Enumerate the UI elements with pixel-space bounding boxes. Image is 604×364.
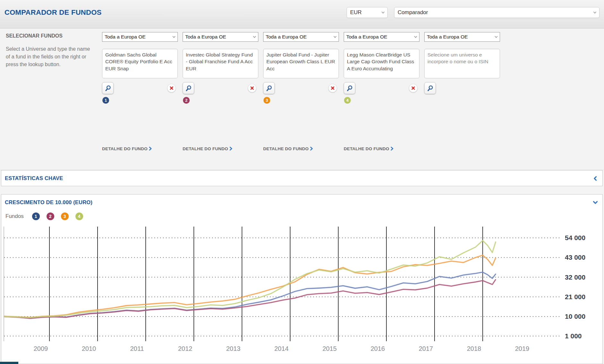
chevron-down-icon [381, 11, 385, 14]
close-icon [250, 86, 254, 90]
chart-legend: Fundos 1 2 3 4 [5, 212, 90, 221]
legend-badge-1: 1 [32, 212, 40, 220]
fund-detail-link-2[interactable]: DETALHE DO FUNDO [183, 146, 232, 151]
key-statistics-title: ESTATÍSTICAS CHAVE [5, 175, 63, 181]
universe-select-3[interactable]: Toda a Europa OE [263, 32, 339, 42]
x-tick-label-2019: 2019 [515, 345, 530, 352]
search-icon [185, 85, 192, 92]
select-funds-heading: SELECIONAR FUNDOS [6, 33, 63, 39]
universe-select-value: Toda a Europa OE [105, 34, 146, 39]
growth-panel: CRESCIMENTO DE 10.000 (EURO) Fundos 1 2 … [1, 194, 603, 364]
x-tick-label-2015: 2015 [323, 345, 337, 352]
x-tick-label-2009: 2009 [34, 345, 48, 352]
chevron-down-icon [495, 36, 498, 38]
search-icon [427, 85, 434, 92]
fund-slot-2: Toda a Europa OEInvestec Global Strategy… [183, 32, 258, 160]
fund-badge-3: 3 [263, 97, 270, 104]
chevron-right-icon [229, 147, 232, 151]
fund-slot-4: Toda a Europa OELegg Mason ClearBridge U… [344, 32, 419, 160]
x-tick-label-2013: 2013 [226, 345, 241, 352]
universe-select-5[interactable]: Toda a Europa OE [424, 32, 500, 42]
close-icon [411, 86, 415, 90]
lookup-button-3[interactable] [263, 82, 275, 94]
fund-name-input-2[interactable]: Investec Global Strategy Fund - Global F… [183, 49, 258, 78]
x-tick-label-2018: 2018 [467, 345, 481, 352]
search-icon [104, 85, 111, 92]
universe-select-1[interactable]: Toda a Europa OE [102, 32, 178, 42]
clear-fund-button-2[interactable] [248, 84, 256, 92]
fund-badge-2: 2 [183, 97, 190, 104]
chevron-down-icon [593, 11, 597, 14]
view-select-value: Comparador [398, 9, 428, 15]
currency-select[interactable]: EUR [347, 7, 388, 18]
fund-detail-link-3[interactable]: DETALHE DO FUNDO [263, 146, 313, 151]
chevron-right-icon [391, 147, 393, 151]
x-tick-label-2012: 2012 [178, 345, 193, 352]
chevron-right-icon [310, 147, 313, 151]
search-icon [265, 85, 272, 92]
search-icon [346, 85, 353, 92]
fund-detail-link-4[interactable]: DETALHE DO FUNDO [344, 146, 393, 151]
fund-slot-5: Toda a Europa OESelecione um universo e … [424, 32, 500, 160]
clear-fund-button-3[interactable] [328, 84, 337, 92]
chevron-down-icon [414, 36, 417, 38]
x-tick-label-2011: 2011 [130, 345, 144, 352]
universe-select-value: Toda a Europa OE [185, 34, 226, 39]
chevron-down-icon [253, 36, 256, 38]
growth-chart: 54 00043 00032 00021 00010 0001 00020092… [1, 222, 602, 364]
legend-badge-4: 4 [75, 212, 83, 220]
footer-strip [0, 362, 18, 364]
x-tick-label-2016: 2016 [371, 345, 385, 352]
page-title: COMPARADOR DE FUNDOS [4, 8, 102, 17]
y-tick-label-10000: 10 000 [565, 313, 585, 320]
universe-select-value: Toda a Europa OE [427, 34, 468, 39]
y-tick-label-21000: 21 000 [565, 293, 585, 300]
legend-badge-2: 2 [47, 212, 54, 220]
legend-label: Fundos [5, 213, 24, 220]
x-tick-label-2017: 2017 [419, 345, 433, 352]
y-tick-label-1000: 1 000 [565, 332, 582, 340]
fund-name-input-1[interactable]: Goldman Sachs Global CORE® Equity Portfo… [102, 49, 178, 78]
fund-selection-panel: SELECIONAR FUNDOS Select a Universe and … [0, 29, 604, 170]
x-tick-label-2014: 2014 [274, 345, 289, 352]
close-icon [170, 86, 173, 90]
universe-select-2[interactable]: Toda a Europa OE [183, 32, 258, 42]
fund-slot-1: Toda a Europa OEGoldman Sachs Global COR… [102, 32, 178, 160]
universe-select-value: Toda a Europa OE [346, 34, 387, 39]
lookup-button-5[interactable] [424, 82, 436, 94]
header: COMPARADOR DE FUNDOS EUR Comparador [0, 0, 604, 29]
chevron-down-icon [172, 36, 176, 38]
chevron-down-icon[interactable] [593, 200, 598, 205]
close-icon [331, 86, 334, 90]
currency-select-value: EUR [350, 9, 362, 15]
fund-name-input-3[interactable]: Jupiter Global Fund - Jupiter European G… [263, 49, 339, 78]
chevron-right-icon [149, 147, 152, 151]
x-tick-label-2010: 2010 [82, 345, 96, 352]
y-tick-label-43000: 43 000 [565, 254, 585, 261]
universe-select-value: Toda a Europa OE [266, 34, 307, 39]
lookup-button-2[interactable] [183, 82, 194, 94]
fund-badge-1: 1 [102, 97, 109, 104]
fund-slot-3: Toda a Europa OEJupiter Global Fund - Ju… [263, 32, 339, 160]
clear-fund-button-1[interactable] [167, 84, 176, 92]
fund-badge-4: 4 [344, 97, 351, 104]
universe-select-4[interactable]: Toda a Europa OE [344, 32, 419, 42]
lookup-button-4[interactable] [344, 82, 355, 94]
fund-name-input-4[interactable]: Legg Mason ClearBridge US Large Cap Grow… [344, 49, 419, 78]
view-select[interactable]: Comparador [394, 7, 600, 18]
fund-detail-link-1[interactable]: DETALHE DO FUNDO [102, 146, 152, 151]
chevron-left-icon[interactable] [593, 176, 598, 181]
legend-badge-3: 3 [61, 212, 69, 220]
clear-fund-button-4[interactable] [409, 84, 418, 92]
lookup-button-1[interactable] [102, 82, 114, 94]
y-tick-label-54000: 54 000 [565, 234, 585, 241]
chevron-down-icon [333, 36, 337, 38]
fund-comparator-app: COMPARADOR DE FUNDOS EUR Comparador SELE… [0, 0, 604, 364]
fund-name-input-5[interactable]: Selecione um universo e incorpore o nome… [424, 49, 500, 78]
growth-title: CRESCIMENTO DE 10.000 (EURO) [5, 199, 92, 205]
key-statistics-section-bar[interactable]: ESTATÍSTICAS CHAVE [1, 170, 603, 186]
select-funds-instructions: Select a Universe and type the name of a… [6, 45, 92, 68]
y-tick-label-32000: 32 000 [565, 273, 585, 281]
